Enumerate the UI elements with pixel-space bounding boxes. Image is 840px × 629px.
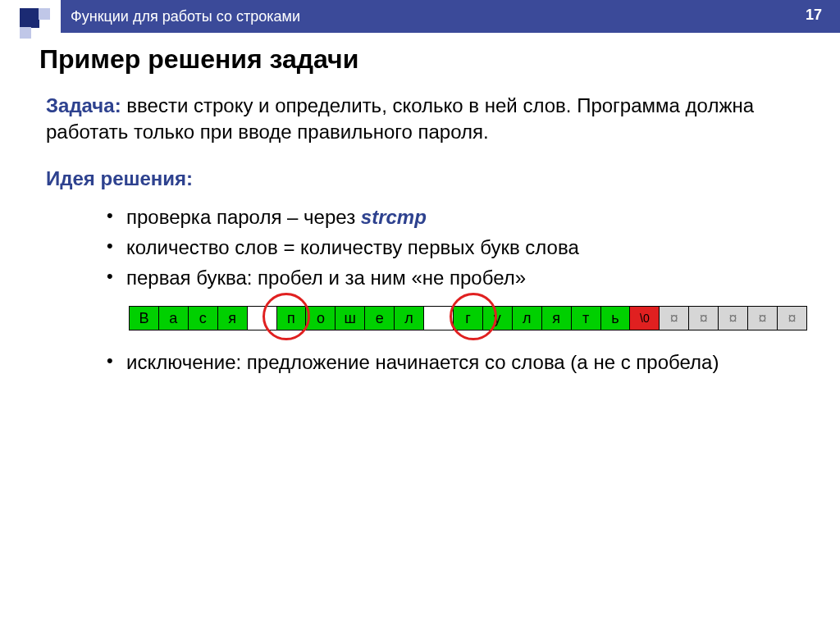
bullet-text: проверка пароля – через xyxy=(126,206,361,228)
array-cell: В xyxy=(129,306,159,330)
array-cell: ¤ xyxy=(659,306,689,330)
array-cell: у xyxy=(482,306,513,330)
idea-label: Идея решения: xyxy=(39,167,807,190)
array-cell: л xyxy=(394,306,424,330)
array-cell xyxy=(423,306,454,330)
array-cell: п xyxy=(276,306,307,330)
array-cell: я xyxy=(217,306,248,330)
task-label: Задача: xyxy=(46,94,121,116)
header-bar: Функции для работы со строками xyxy=(61,0,840,33)
list-item: первая буква: пробел и за ним «не пробел… xyxy=(110,262,807,293)
string-array: Васяпошелгулять\0¤¤¤¤¤ xyxy=(130,306,807,330)
page-number: 17 xyxy=(806,7,822,24)
idea-list: проверка пароля – через strcmp количеств… xyxy=(39,202,807,294)
array-cell: ¤ xyxy=(688,306,719,330)
array-cell: о xyxy=(305,306,336,330)
task-paragraph: Задача: ввести строку и определить, скол… xyxy=(39,93,807,146)
array-cell: т xyxy=(571,306,601,330)
slide-title: Пример решения задачи xyxy=(39,44,807,75)
array-cell: ш xyxy=(335,306,365,330)
list-item: исключение: предложение начинается со сл… xyxy=(110,347,807,377)
array-cell: я xyxy=(541,306,572,330)
array-cell: ¤ xyxy=(747,306,778,330)
task-text: ввести строку и определить, сколько в не… xyxy=(46,94,754,143)
array-cell: ¤ xyxy=(718,306,748,330)
logo xyxy=(0,0,61,33)
header-subtitle: Функции для работы со строками xyxy=(71,8,300,25)
array-cell: а xyxy=(158,306,189,330)
strcmp-keyword: strcmp xyxy=(361,206,427,228)
array-cell: е xyxy=(364,306,395,330)
array-cell: ¤ xyxy=(777,306,807,330)
array-cell: с xyxy=(188,306,218,330)
slide-content: Пример решения задачи Задача: ввести стр… xyxy=(0,33,840,378)
list-item: количество слов = количеству первых букв… xyxy=(110,232,807,262)
list-item: проверка пароля – через strcmp xyxy=(110,202,807,232)
array-cell: г xyxy=(453,306,483,330)
array-cell: ь xyxy=(600,306,631,330)
array-cell xyxy=(247,306,277,330)
array-cell: л xyxy=(512,306,542,330)
slide-header: Функции для работы со строками 17 xyxy=(0,0,840,33)
array-cell: \0 xyxy=(629,306,660,330)
idea-list-continued: исключение: предложение начинается со сл… xyxy=(39,347,807,377)
